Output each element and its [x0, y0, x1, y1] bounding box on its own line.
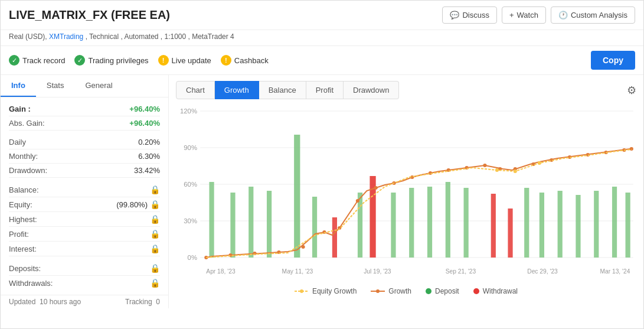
cashback-badge: ! Cashback: [221, 55, 269, 66]
chart-tab-growth[interactable]: Growth: [215, 81, 259, 99]
tab-info[interactable]: Info: [1, 75, 36, 97]
daily-row: Daily 0.20%: [9, 135, 160, 149]
svg-point-65: [538, 161, 541, 165]
svg-point-46: [356, 199, 359, 203]
drawdown-row: Drawdown: 33.42%: [9, 164, 160, 178]
svg-rect-33: [540, 193, 544, 258]
broker-link[interactable]: XMTrading: [49, 32, 83, 41]
chart-area: 120% 90% 60% 30% 0% Apr 18, '23 May 11, …: [176, 105, 636, 282]
svg-text:0%: 0%: [188, 254, 197, 261]
chart-tab-drawdown[interactable]: Drawdown: [344, 81, 399, 99]
svg-text:Apr 18, '23: Apr 18, '23: [206, 268, 236, 275]
svg-point-43: [301, 245, 305, 249]
svg-rect-31: [508, 209, 512, 258]
svg-point-67: [300, 289, 303, 293]
svg-point-69: [376, 289, 380, 293]
legend-growth: Growth: [371, 287, 411, 295]
svg-rect-28: [446, 182, 450, 258]
svg-rect-16: [209, 182, 214, 258]
svg-rect-37: [612, 187, 617, 258]
growth-icon: [371, 288, 385, 295]
badges-left: ✓ Track record ✓ Trading privileges ! Li…: [9, 55, 269, 66]
svg-text:60%: 60%: [184, 181, 197, 188]
svg-rect-26: [409, 188, 414, 258]
svg-rect-29: [464, 188, 469, 258]
svg-point-62: [630, 147, 633, 151]
svg-text:120%: 120%: [180, 108, 197, 115]
svg-rect-17: [230, 193, 235, 258]
balance-row: Balance: 🔒: [9, 183, 160, 197]
svg-point-63: [495, 168, 499, 172]
deposits-row: Deposits: 🔒: [9, 261, 160, 276]
svg-text:Dec 29, '23: Dec 29, '23: [527, 268, 558, 275]
abs-gain-row: Abs. Gain: +96.40%: [9, 116, 160, 131]
deposit-icon: [426, 288, 431, 294]
svg-rect-36: [594, 191, 599, 258]
right-panel: Chart Growth Balance Profit Drawdown ⚙: [169, 75, 643, 308]
chart-tab-chart[interactable]: Chart: [176, 81, 215, 99]
warn-icon-2: !: [221, 55, 231, 66]
svg-point-47: [374, 186, 378, 190]
track-record-badge: ✓ Track record: [9, 55, 65, 66]
withdrawals-row: Withdrawals: 🔒: [9, 276, 160, 290]
discuss-button[interactable]: 💬 Discuss: [442, 6, 497, 24]
chart-tab-row: Chart Growth Balance Profit Drawdown ⚙: [176, 81, 636, 99]
chart-tab-profit[interactable]: Profit: [306, 81, 344, 99]
svg-rect-22: [332, 217, 337, 258]
chart-svg: 120% 90% 60% 30% 0% Apr 18, '23 May 11, …: [176, 105, 636, 282]
watch-button[interactable]: + Watch: [502, 6, 546, 24]
tab-general[interactable]: General: [74, 75, 123, 97]
legend-equity-growth: Equity Growth: [295, 287, 357, 295]
custom-analysis-button[interactable]: 🕐 Custom Analysis: [551, 6, 635, 24]
check-icon: ✓: [9, 55, 19, 66]
header-actions: 💬 Discuss + Watch 🕐 Custom Analysis: [442, 6, 635, 24]
profit-row: Profit: 🔒: [9, 227, 160, 242]
svg-rect-27: [427, 187, 432, 258]
clock-icon: 🕐: [558, 11, 568, 19]
warn-icon: !: [158, 55, 169, 66]
legend-deposit: Deposit: [426, 287, 459, 295]
copy-button[interactable]: Copy: [591, 51, 635, 70]
chart-tabs: Chart Growth Balance Profit Drawdown: [176, 81, 399, 99]
withdrawal-icon: [473, 288, 479, 294]
tab-row: Info Stats General: [1, 75, 168, 97]
svg-rect-19: [267, 191, 272, 258]
lock-icon-equity: 🔒: [150, 200, 160, 209]
svg-rect-38: [626, 193, 630, 258]
monthly-row: Monthly: 6.30%: [9, 149, 160, 164]
svg-text:Mar 13, '24: Mar 13, '24: [600, 268, 630, 275]
tab-stats[interactable]: Stats: [36, 75, 75, 97]
svg-rect-30: [491, 194, 496, 258]
check-icon-2: ✓: [74, 55, 85, 66]
plus-icon: +: [509, 11, 514, 19]
equity-growth-icon: [295, 288, 309, 295]
equity-row: Equity: (99.80%) 🔒: [9, 197, 160, 212]
highest-row: Highest: 🔒: [9, 212, 160, 227]
left-panel: Info Stats General Gain : +96.40% Abs. G…: [1, 75, 169, 308]
live-update-badge: ! Live update: [158, 55, 211, 66]
svg-text:Sep 21, '23: Sep 21, '23: [446, 268, 476, 275]
chart-settings-icon[interactable]: ⚙: [627, 84, 636, 97]
svg-rect-25: [391, 193, 395, 258]
svg-text:90%: 90%: [184, 144, 197, 151]
chart-legend: Equity Growth Growth Deposit Withdrawal: [176, 287, 636, 295]
badges-row: ✓ Track record ✓ Trading privileges ! Li…: [1, 46, 643, 75]
svg-rect-32: [524, 188, 529, 258]
subtitle: Real (USD), XMTrading , Technical , Auto…: [1, 30, 643, 46]
discuss-icon: 💬: [450, 11, 459, 19]
interest-row: Interest: 🔒: [9, 242, 160, 256]
chart-tab-balance[interactable]: Balance: [259, 81, 306, 99]
svg-rect-35: [576, 195, 580, 258]
stats-table: Gain : +96.40% Abs. Gain: +96.40% Daily …: [1, 97, 168, 295]
svg-point-53: [483, 164, 486, 167]
svg-rect-18: [249, 187, 253, 258]
page-title: LIVE_MATRIX_FX (FREE EA): [9, 8, 170, 22]
trading-privileges-badge: ✓ Trading privileges: [74, 55, 148, 66]
svg-text:Jul 19, '23: Jul 19, '23: [364, 268, 391, 275]
bottom-row: Updated 10 hours ago Tracking 0: [1, 295, 168, 308]
gain-row: Gain : +96.40%: [9, 102, 160, 116]
svg-text:May 11, '23: May 11, '23: [282, 268, 313, 275]
svg-point-64: [514, 170, 517, 173]
main-content: Info Stats General Gain : +96.40% Abs. G…: [1, 75, 643, 308]
svg-rect-20: [294, 135, 300, 258]
